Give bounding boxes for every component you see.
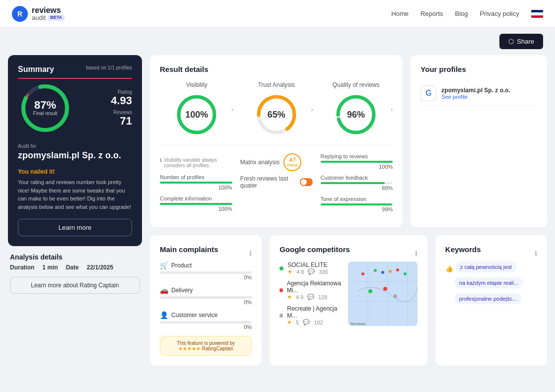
summary-title: Summary: [18, 65, 54, 74]
complaint-cs-header: 👤 Customer service: [160, 311, 252, 319]
learn-more-button[interactable]: Learn more: [18, 219, 132, 236]
svg-text:Reviews: Reviews: [350, 322, 365, 326]
visibility-donut: 100%: [174, 92, 219, 137]
nav-home[interactable]: Home: [391, 10, 409, 17]
powered-by: This feature is powered by ★★★★★ RatingC…: [160, 336, 252, 356]
info-icon-vis: ℹ: [160, 157, 162, 163]
complaint-customer-service: 👤 Customer service 0%: [160, 311, 252, 330]
profile-info: zpomyslami.pl Sp. z o.o. See profile: [441, 87, 510, 100]
competitors-title: Google competitors: [279, 245, 350, 254]
visibility-metric: Visibility 100% ›: [160, 81, 233, 137]
competitors-card: Google competitors ℹ SOCIAL ELITE ★ 4.8: [270, 235, 427, 366]
matrix-row: Matrix analysis A? Class: [240, 153, 313, 171]
divider: [160, 145, 393, 145]
circle-text: 87% Final result: [33, 100, 58, 117]
share-icon: ⬡: [508, 38, 514, 45]
quality-sub: Replying to reviews 100% Customer feedba…: [321, 153, 393, 217]
competitors-title-row: Google competitors ℹ: [279, 245, 417, 261]
competitor-1-rating: 4.8: [296, 269, 304, 275]
competitor-2-rating: 4.9: [296, 294, 303, 300]
replying-metric: Replying to reviews 100%: [321, 153, 393, 170]
svg-point-19: [396, 268, 399, 271]
svg-point-16: [374, 269, 377, 272]
competitor-2-reviews: 128: [318, 294, 327, 300]
delivery-pct: 0%: [160, 299, 252, 305]
trust-label: Trust Analysis: [258, 81, 295, 88]
competitor-3-reviews: 102: [314, 320, 323, 326]
duration-value: 1 min: [42, 264, 58, 271]
svg-point-17: [381, 271, 384, 274]
quality-donut: 96%: [334, 92, 378, 137]
bottom-row: Main complaints ℹ 🛒 Product 0% �: [150, 235, 547, 366]
competitors-map: Reviews: [348, 261, 417, 326]
keyword-tag-2[interactable]: na każdym etapie reali...: [454, 277, 523, 288]
chevron-right-icon-3[interactable]: ›: [391, 105, 393, 113]
competitor-3-rating: 5: [296, 320, 299, 326]
competitor-2: Agencja Reklamowa Mi... ★ 4.9 💬 128: [279, 280, 342, 300]
app-name: reviews: [32, 6, 65, 15]
beta-badge: BETA: [48, 15, 65, 21]
num-profiles-metric: Number of profiles 100%: [160, 174, 232, 191]
share-button[interactable]: ⬡ Share: [499, 34, 543, 49]
powered-stars: ★★★★★ RatingCaptain: [166, 346, 245, 351]
google-icon: G: [420, 85, 436, 101]
complete-info-metric: Complete information 100%: [160, 196, 232, 212]
quality-pct: 96%: [347, 110, 365, 120]
info-icon-complaints[interactable]: ℹ: [249, 250, 252, 257]
keywords-card: Keywords ℹ 👍 z całą pewnością jest na ka…: [435, 235, 547, 366]
competitor-1-info: SOCIAL ELITE ★ 4.8 💬 330: [287, 261, 328, 275]
competitors-list: SOCIAL ELITE ★ 4.8 💬 330: [279, 261, 342, 326]
date-value: 22/1/2025: [87, 264, 113, 271]
delivery-icon: 🚗: [160, 286, 168, 294]
competitor-3-name: Recreate | Agencja M...: [287, 305, 342, 319]
analysis-title: Analysis details: [10, 253, 140, 261]
score-circle: 87% Final result: [18, 81, 72, 135]
reviews-value: 71: [111, 115, 132, 127]
final-pct: 87%: [33, 100, 58, 111]
logo-text: reviews audit BETA: [32, 6, 65, 22]
complaints-card: Main complaints ℹ 🛒 Product 0% �: [150, 235, 262, 366]
analysis-section: Analysis details Duration 1 min Date 22/…: [8, 246, 142, 294]
keywords-title: Keywords: [445, 245, 481, 254]
toggle-knob: [301, 179, 307, 185]
competitor-3-stats: ★ 5 💬 102: [287, 319, 342, 326]
nav-reports[interactable]: Reports: [420, 10, 443, 17]
see-profile-link[interactable]: See profile: [441, 94, 510, 100]
keyword-item-2: na każdym etapie reali...: [445, 277, 537, 291]
competitor-1-name: SOCIAL ELITE: [287, 261, 328, 268]
complaint-delivery-header: 🚗 Delivery: [160, 286, 252, 294]
competitor-2-stats: ★ 4.9 💬 128: [287, 294, 342, 300]
complaints-list: 🛒 Product 0% 🚗 Delivery 0%: [160, 261, 252, 330]
nav-blog[interactable]: Blog: [455, 10, 468, 17]
summary-card: Summary based on 1/1 profiles 87% Final …: [8, 55, 142, 246]
competitors-content: SOCIAL ELITE ★ 4.8 💬 330: [279, 261, 417, 326]
keyword-tag-3[interactable]: profesjonalne podejśc...: [454, 293, 522, 304]
competitor-2-info: Agencja Reklamowa Mi... ★ 4.9 💬 128: [287, 280, 342, 300]
info-icon-competitors[interactable]: ℹ: [415, 250, 417, 257]
product-pct: 0%: [160, 274, 252, 280]
nav-privacy[interactable]: Privacy policy: [480, 10, 519, 17]
profiles-title: Your profiles: [420, 65, 537, 73]
audit-company: zpomyslami.pl Sp. z o.o.: [18, 150, 132, 161]
audit-for-label: Audit for: [18, 143, 132, 149]
chevron-right-icon-2[interactable]: ›: [311, 105, 313, 113]
complaints-title-row: Main complaints ℹ: [160, 245, 252, 261]
language-flag[interactable]: [531, 10, 543, 18]
info-icon-keywords[interactable]: ℹ: [535, 250, 537, 257]
competitor-3: Recreate | Agencja M... ★ 5 💬 102: [279, 305, 342, 326]
visibility-note: ℹ Visibility variable always considers a…: [160, 157, 232, 168]
summary-stats: Rating 4.93 Reviews 71: [111, 89, 132, 127]
keyword-tag-1[interactable]: z całą pewnością jest: [455, 261, 517, 272]
fresh-row: Fresh reviews last quater: [240, 175, 313, 189]
header: R reviews audit BETA Home Reports Blog P…: [0, 0, 555, 28]
competitor-1-reviews: 330: [319, 269, 328, 275]
nailed-text: Your rating and reviews number look pret…: [18, 178, 132, 211]
sub-metrics: ℹ Visibility variable always considers a…: [160, 153, 393, 217]
learn-captain-button[interactable]: Learn more about Rating Captain: [10, 277, 140, 294]
nailed-it: You nailed it!: [18, 168, 132, 175]
toggle-off: [300, 178, 312, 186]
chevron-right-icon[interactable]: ›: [231, 105, 234, 113]
analysis-details: Duration 1 min Date 22/1/2025: [10, 264, 140, 271]
logo-icon: R: [12, 6, 28, 22]
left-panel: Summary based on 1/1 profiles 87% Final …: [8, 55, 142, 366]
